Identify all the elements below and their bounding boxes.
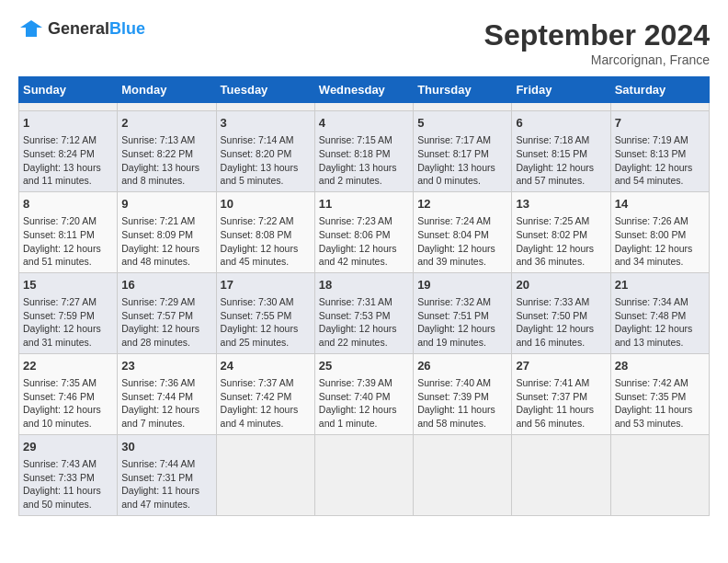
- daylight-text: Daylight: 12 hours and 31 minutes.: [23, 323, 101, 348]
- sunrise-text: Sunrise: 7:41 AM: [516, 377, 589, 388]
- calendar-cell: 1Sunrise: 7:12 AMSunset: 8:24 PMDaylight…: [19, 111, 118, 192]
- logo-blue: Blue: [109, 19, 145, 38]
- sunset-text: Sunset: 7:35 PM: [615, 391, 687, 402]
- daylight-text: Daylight: 12 hours and 1 minute.: [319, 404, 397, 429]
- sunset-text: Sunset: 7:33 PM: [23, 472, 95, 483]
- day-number: 19: [417, 277, 507, 293]
- header-wednesday: Wednesday: [314, 77, 413, 103]
- day-number: 25: [319, 358, 409, 374]
- calendar-header-row: SundayMondayTuesdayWednesdayThursdayFrid…: [19, 77, 710, 103]
- week-row-4: 22Sunrise: 7:35 AMSunset: 7:46 PMDayligh…: [19, 353, 710, 434]
- day-number: 2: [121, 115, 211, 132]
- sunset-text: Sunset: 7:31 PM: [121, 472, 193, 483]
- calendar-cell: [216, 434, 314, 515]
- daylight-text: Daylight: 13 hours and 5 minutes.: [221, 162, 299, 187]
- calendar-cell: 5Sunrise: 7:17 AMSunset: 8:17 PMDaylight…: [414, 111, 512, 192]
- day-number: 29: [23, 439, 113, 455]
- calendar-cell: 28Sunrise: 7:42 AMSunset: 7:35 PMDayligh…: [610, 353, 709, 434]
- calendar-cell: 8Sunrise: 7:20 AMSunset: 8:11 PMDaylight…: [19, 191, 118, 272]
- sunrise-text: Sunrise: 7:12 AM: [23, 134, 97, 145]
- sunset-text: Sunset: 8:06 PM: [319, 229, 391, 240]
- day-number: 6: [516, 115, 606, 132]
- sunrise-text: Sunrise: 7:27 AM: [23, 296, 97, 307]
- daylight-text: Daylight: 11 hours and 53 minutes.: [615, 404, 693, 429]
- day-number: 12: [417, 196, 507, 213]
- sunset-text: Sunset: 8:20 PM: [221, 148, 292, 159]
- week-row-1: 1Sunrise: 7:12 AMSunset: 8:24 PMDaylight…: [19, 111, 710, 192]
- daylight-text: Daylight: 11 hours and 58 minutes.: [417, 404, 495, 429]
- sunrise-text: Sunrise: 7:42 AM: [615, 377, 688, 388]
- day-number: 21: [615, 277, 705, 293]
- daylight-text: Daylight: 12 hours and 34 minutes.: [615, 243, 693, 268]
- calendar-cell: 25Sunrise: 7:39 AMSunset: 7:40 PMDayligh…: [314, 353, 413, 434]
- sunrise-text: Sunrise: 7:40 AM: [417, 377, 491, 388]
- sunrise-text: Sunrise: 7:33 AM: [516, 296, 589, 307]
- sunset-text: Sunset: 7:51 PM: [417, 310, 489, 321]
- sunset-text: Sunset: 7:50 PM: [516, 310, 587, 321]
- calendar-cell: 7Sunrise: 7:19 AMSunset: 8:13 PMDaylight…: [610, 111, 709, 192]
- calendar-cell: [512, 434, 610, 515]
- daylight-text: Daylight: 11 hours and 47 minutes.: [121, 485, 199, 510]
- calendar-cell: 2Sunrise: 7:13 AMSunset: 8:22 PMDaylight…: [118, 111, 216, 192]
- header-saturday: Saturday: [610, 77, 709, 103]
- header-thursday: Thursday: [414, 77, 512, 103]
- day-number: 17: [221, 277, 311, 293]
- week-row-3: 15Sunrise: 7:27 AMSunset: 7:59 PMDayligh…: [19, 272, 710, 353]
- day-number: 28: [615, 358, 705, 374]
- calendar-table: SundayMondayTuesdayWednesdayThursdayFrid…: [18, 76, 710, 516]
- calendar-cell: 23Sunrise: 7:36 AMSunset: 7:44 PMDayligh…: [118, 353, 216, 434]
- daylight-text: Daylight: 13 hours and 2 minutes.: [319, 162, 397, 187]
- daylight-text: Daylight: 11 hours and 56 minutes.: [516, 404, 594, 429]
- day-number: 5: [417, 115, 507, 132]
- calendar-cell: [216, 103, 314, 111]
- daylight-text: Daylight: 12 hours and 16 minutes.: [516, 323, 594, 348]
- sunrise-text: Sunrise: 7:44 AM: [121, 458, 195, 469]
- calendar-cell: 27Sunrise: 7:41 AMSunset: 7:37 PMDayligh…: [512, 353, 610, 434]
- day-number: 27: [516, 358, 606, 374]
- calendar-cell: 22Sunrise: 7:35 AMSunset: 7:46 PMDayligh…: [19, 353, 118, 434]
- location-title: Marcorignan, France: [484, 52, 710, 67]
- sunrise-text: Sunrise: 7:23 AM: [319, 215, 392, 226]
- calendar-cell: [512, 103, 610, 111]
- calendar-cell: [610, 103, 709, 111]
- day-number: 20: [516, 277, 606, 293]
- calendar-cell: [314, 103, 413, 111]
- day-number: 16: [121, 277, 211, 293]
- sunset-text: Sunset: 7:57 PM: [121, 310, 193, 321]
- sunset-text: Sunset: 7:39 PM: [417, 391, 489, 402]
- header-sunday: Sunday: [19, 77, 118, 103]
- logo-general: General: [48, 19, 109, 38]
- day-number: 24: [221, 358, 311, 374]
- daylight-text: Daylight: 12 hours and 48 minutes.: [121, 243, 199, 268]
- sunset-text: Sunset: 8:08 PM: [221, 229, 292, 240]
- calendar-cell: [414, 103, 512, 111]
- sunset-text: Sunset: 8:22 PM: [121, 148, 193, 159]
- daylight-text: Daylight: 13 hours and 8 minutes.: [121, 162, 199, 187]
- calendar-cell: 26Sunrise: 7:40 AMSunset: 7:39 PMDayligh…: [414, 353, 512, 434]
- day-number: 30: [121, 439, 211, 455]
- daylight-text: Daylight: 12 hours and 51 minutes.: [23, 243, 101, 268]
- sunrise-text: Sunrise: 7:19 AM: [615, 134, 688, 145]
- calendar-cell: 6Sunrise: 7:18 AMSunset: 8:15 PMDaylight…: [512, 111, 610, 192]
- sunset-text: Sunset: 8:18 PM: [319, 148, 391, 159]
- day-number: 15: [23, 277, 113, 293]
- calendar-cell: 24Sunrise: 7:37 AMSunset: 7:42 PMDayligh…: [216, 353, 314, 434]
- sunrise-text: Sunrise: 7:34 AM: [615, 296, 688, 307]
- calendar-cell: 29Sunrise: 7:43 AMSunset: 7:33 PMDayligh…: [19, 434, 118, 515]
- calendar-cell: 30Sunrise: 7:44 AMSunset: 7:31 PMDayligh…: [118, 434, 216, 515]
- day-number: 1: [23, 115, 113, 132]
- sunset-text: Sunset: 7:44 PM: [121, 391, 193, 402]
- sunrise-text: Sunrise: 7:21 AM: [121, 215, 195, 226]
- sunrise-text: Sunrise: 7:29 AM: [121, 296, 195, 307]
- daylight-text: Daylight: 11 hours and 50 minutes.: [23, 485, 101, 510]
- calendar-cell: 12Sunrise: 7:24 AMSunset: 8:04 PMDayligh…: [414, 191, 512, 272]
- sunrise-text: Sunrise: 7:35 AM: [23, 377, 97, 388]
- calendar-cell: 14Sunrise: 7:26 AMSunset: 8:00 PMDayligh…: [610, 191, 709, 272]
- daylight-text: Daylight: 12 hours and 10 minutes.: [23, 404, 101, 429]
- daylight-text: Daylight: 12 hours and 25 minutes.: [221, 323, 299, 348]
- day-number: 3: [221, 115, 311, 132]
- calendar-cell: 20Sunrise: 7:33 AMSunset: 7:50 PMDayligh…: [512, 272, 610, 353]
- sunset-text: Sunset: 7:59 PM: [23, 310, 95, 321]
- daylight-text: Daylight: 12 hours and 36 minutes.: [516, 243, 594, 268]
- day-number: 22: [23, 358, 113, 374]
